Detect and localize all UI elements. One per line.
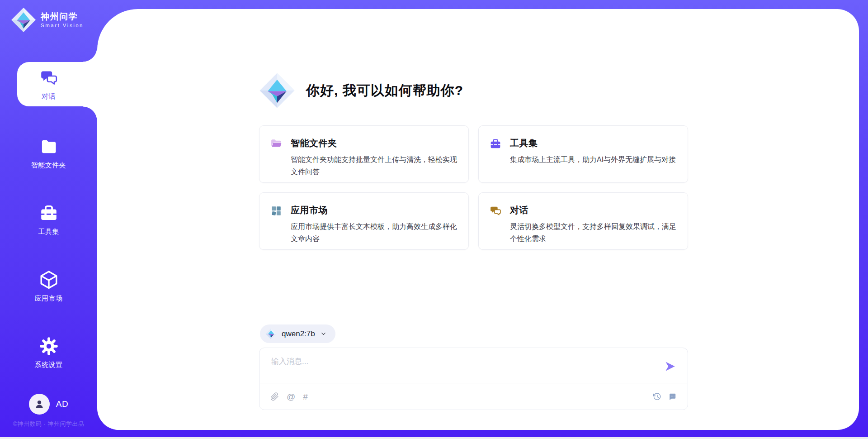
greeting: 你好, 我可以如何帮助你? xyxy=(259,72,463,109)
paperclip-icon xyxy=(270,392,279,401)
brand-subtitle: Smart Vision xyxy=(41,23,84,28)
user-label: AD xyxy=(56,399,68,409)
chevron-down-icon xyxy=(320,330,327,337)
greeting-text: 你好, 我可以如何帮助你? xyxy=(306,81,463,100)
hashtag-button[interactable]: # xyxy=(303,392,308,401)
mention-button[interactable]: @ xyxy=(287,392,295,401)
card-title: 对话 xyxy=(510,204,677,216)
avatar xyxy=(29,394,50,415)
history-icon xyxy=(653,392,661,401)
sidebar-item-label: 智能文件夹 xyxy=(31,161,66,170)
card-description: 应用市场提供丰富长文本模板，助力高效生成多样化文章内容 xyxy=(291,220,458,245)
sidebar-item-label: 工具集 xyxy=(38,228,59,236)
active-pill-notch-bottom xyxy=(83,106,97,121)
chat-icon xyxy=(39,68,59,88)
sidebar-item-chat[interactable]: 对话 xyxy=(0,62,97,106)
bottom-edge-bar xyxy=(0,437,868,439)
person-icon xyxy=(33,398,46,410)
greeting-diamond-icon xyxy=(259,72,295,109)
user-account[interactable]: AD xyxy=(0,394,97,415)
cube-icon xyxy=(39,270,59,290)
card-title: 应用市场 xyxy=(291,204,458,216)
brand-diamond-icon xyxy=(11,7,36,33)
sidebar-item-app-market[interactable]: 应用市场 xyxy=(0,262,97,306)
sidebar-item-label: 对话 xyxy=(42,92,56,101)
sidebar-item-smart-folders[interactable]: 智能文件夹 xyxy=(0,129,97,173)
sidebar-item-label: 系统设置 xyxy=(35,361,63,369)
card-chat[interactable]: 对话 灵活切换多模型文件，支持多样回复效果调试，满足个性化需求 xyxy=(478,192,688,250)
card-app-market[interactable]: 应用市场 应用市场提供丰富长文本模板，助力高效生成多样化文章内容 xyxy=(259,192,469,250)
history-button[interactable] xyxy=(653,392,661,401)
chat-icon xyxy=(490,205,501,217)
active-pill-notch-top xyxy=(83,48,97,62)
sidebar-nav: 对话 智能文件夹 工具集 应用市场 系统设置 xyxy=(0,62,97,395)
attach-button[interactable] xyxy=(270,392,279,401)
message-input[interactable] xyxy=(270,355,655,380)
sidebar-item-toolset[interactable]: 工具集 xyxy=(0,195,97,239)
card-description: 灵活切换多模型文件，支持多样回复效果调试，满足个性化需求 xyxy=(510,220,677,245)
card-toolset[interactable]: 工具集 集成市场上主流工具，助力AI与外界无缝扩展与对接 xyxy=(478,125,688,183)
card-description: 集成市场上主流工具，助力AI与外界无缝扩展与对接 xyxy=(510,153,676,166)
main-content: 你好, 我可以如何帮助你? 智能文件夹 智能文件夹功能支持批量文件上传与清洗，轻… xyxy=(259,0,688,439)
brand-name: 神州问学 xyxy=(41,12,84,22)
briefcase-icon xyxy=(490,138,501,150)
card-title: 工具集 xyxy=(510,137,676,149)
model-selector[interactable]: qwen2:7b xyxy=(260,324,335,343)
gear-icon xyxy=(39,336,59,356)
card-description: 智能文件夹功能支持批量文件上传与清洗，轻松实现文件问答 xyxy=(291,153,458,178)
message-composer: @ # xyxy=(259,348,688,410)
card-smart-folders[interactable]: 智能文件夹 智能文件夹功能支持批量文件上传与清洗，轻松实现文件问答 xyxy=(259,125,469,183)
folder-open-icon xyxy=(270,138,282,150)
sidebar-item-label: 应用市场 xyxy=(35,294,63,303)
feature-cards: 智能文件夹 智能文件夹功能支持批量文件上传与清洗，轻松实现文件问答 工具集 集成… xyxy=(259,125,688,250)
sidebar: 神州问学 Smart Vision 对话 智能文件夹 工具集 xyxy=(0,0,97,439)
model-diamond-icon xyxy=(265,328,277,339)
app-grid-icon xyxy=(270,205,282,217)
conversation-button[interactable] xyxy=(668,392,677,401)
brand-logo: 神州问学 Smart Vision xyxy=(11,7,84,33)
card-title: 智能文件夹 xyxy=(291,137,458,149)
model-name: qwen2:7b xyxy=(282,329,315,339)
folder-icon xyxy=(39,137,59,157)
chat-filled-icon xyxy=(668,392,677,401)
briefcase-icon xyxy=(39,203,59,223)
composer-toolbar: @ # xyxy=(270,383,677,410)
sidebar-footer: ©神州数码 · 神州问学出品 xyxy=(0,420,97,428)
sidebar-item-settings[interactable]: 系统设置 xyxy=(0,328,97,372)
send-icon[interactable] xyxy=(664,360,676,372)
app-root: 神州问学 Smart Vision 对话 智能文件夹 工具集 xyxy=(0,0,868,439)
